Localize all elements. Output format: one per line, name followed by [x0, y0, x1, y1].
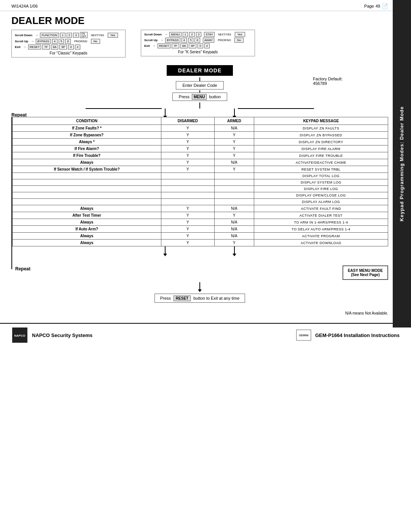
table-cell-3-3: DISPLAY FIRE ALARM — [254, 145, 388, 152]
table-cell-17-1: Y — [161, 240, 214, 246]
dealer-mode-box: DEALER MODE — [167, 65, 233, 76]
table-row: DISPLAY OPEN/CLOSE LOG — [13, 192, 388, 199]
table-cell-7-1 — [161, 173, 214, 179]
press-reset-suffix: button to Exit at any time — [193, 296, 239, 300]
table-cell-12-1: Y — [161, 205, 214, 212]
table-cell-11-0 — [13, 199, 161, 205]
table-cell-2-2: Y — [214, 139, 254, 145]
stay-btn: STAY — [204, 32, 215, 37]
table-cell-12-0: Always — [13, 205, 161, 212]
table-cell-17-2: Y — [214, 240, 254, 246]
table-cell-17-3: ACTIVATE DOWNLOAD — [254, 240, 388, 246]
away-btn: AWAY — [203, 38, 214, 43]
table-cell-9-2 — [214, 186, 254, 192]
table-cell-7-3: DISPLAY TOTAL LOG — [254, 173, 388, 179]
table-row: DISPLAY SYSTEM LOG — [13, 179, 388, 186]
k-series-keypad-diagram: Scroll Down → MENU 1 2 3 STAY NEXT/YES Y… — [141, 30, 255, 56]
table-cell-17-0: Always — [13, 240, 161, 246]
table-cell-0-2: N/A — [214, 125, 254, 132]
table-row: DISPLAY TOTAL LOG — [13, 173, 388, 179]
table-cell-5-3: ACTIVATE/DEACTIVE CHIME — [254, 159, 388, 166]
table-cell-15-0: If Auto Arm? — [13, 226, 161, 233]
table-cell-8-2 — [214, 179, 254, 186]
button-suffix: button — [209, 94, 221, 99]
table-row: AlwaysYYACTIVATE DOWNLOAD — [13, 240, 388, 246]
table-cell-16-1: Y — [161, 233, 214, 240]
svg-text:NAPCO: NAPCO — [14, 334, 25, 337]
table-cell-9-0 — [13, 186, 161, 192]
table-cell-7-2 — [214, 173, 254, 179]
table-cell-5-1: Y — [161, 159, 214, 166]
table-cell-7-0 — [13, 173, 161, 179]
table-cell-9-3: DISPLAY FIRE LOG — [254, 186, 388, 192]
press-menu-box: Press MENU button — [172, 93, 227, 101]
header: WI1424A 1/06 Page 49 📄 — [0, 0, 411, 11]
header-doc-id: WI1424A 1/06 — [11, 4, 38, 8]
flow-diagram: Factory Default: 456789 DEALER MODE Ente… — [11, 65, 388, 315]
k-row2: Scroll Up → BYPASS 4 5 6 AWAY PRIOR/NO N… — [144, 38, 252, 43]
table-row: After Test TimerYYACTIVATE DIALER TEST — [13, 212, 388, 219]
table-cell-10-3: DISPLAY OPEN/CLOSE LOG — [254, 192, 388, 199]
menu-button: MENU — [192, 94, 207, 100]
table-cell-2-0: Always * — [13, 139, 161, 145]
scroll-up-label: Scroll Up — [15, 40, 28, 43]
classic-keypad-section: Scroll Down → FUNCTION 1 2 3 ON OFF NEXT… — [15, 32, 122, 50]
k-reset-btn: RESET — [158, 43, 171, 48]
col-armed: ARMED — [214, 117, 254, 125]
table-cell-8-0 — [13, 179, 161, 186]
page-icon: 📄 — [382, 3, 388, 9]
menu-btn-k: MENU — [169, 32, 182, 37]
classic-keypad-label: For "Classic" Keypads — [15, 51, 122, 55]
table-cell-0-0: If Zone Faults? * — [13, 125, 161, 132]
table-row: AlwaysYN/AACTIVATE/DEACTIVE CHIME — [13, 159, 388, 166]
table-cell-6-2: Y — [214, 166, 254, 173]
table-cell-4-1: Y — [161, 152, 214, 159]
k-scroll-down-label: Scroll Down — [144, 33, 162, 36]
table-cell-5-2: N/A — [214, 159, 254, 166]
product-name: GEM-P1664 Installation Instructions — [315, 332, 400, 338]
table-row: AlwaysYN/ATO ARM IN 1-4HRS/PRESS 1-4 — [13, 219, 388, 226]
table-cell-11-3: DISPLAY ALARM LOG — [254, 199, 388, 205]
table-cell-14-0: Always — [13, 219, 161, 226]
k-series-keypad-label: For "K Series" Keypads — [144, 50, 252, 54]
footer: NAPCO NAPCO Security Systems GEMINI GEM-… — [0, 323, 411, 347]
main-content: Scroll Down → FUNCTION 1 2 3 ON OFF NEXT… — [0, 30, 411, 319]
table-cell-2-3: DISPLAY ZN DIRECTORY — [254, 139, 388, 145]
company-name: NAPCO Security Systems — [32, 332, 92, 338]
table-cell-6-1: Y — [161, 166, 214, 173]
table-cell-11-1 — [161, 199, 214, 205]
napco-logo: NAPCO — [11, 327, 28, 343]
table-body: If Zone Faults? *YN/ADISPLAY ZN FAULTSIf… — [13, 125, 388, 246]
table-row: If Auto Arm?YN/ATO DELAY AUTO ARM/PRESS … — [13, 226, 388, 233]
exit-label: Exit — [15, 45, 21, 49]
side-tab-text: Keypad Programming Modes: Dealer Mode — [399, 106, 405, 221]
svg-text:GEMINI: GEMINI — [299, 334, 309, 337]
k-row1: Scroll Down → MENU 1 2 3 STAY NEXT/YES Y… — [144, 32, 252, 37]
table-cell-16-3: ACTIVATE PROGRAM — [254, 233, 388, 240]
arrow-down-3 — [199, 102, 200, 109]
table-cell-1-2: Y — [214, 132, 254, 139]
table-row: If Zone Bypasses?YYDISPLAY ZN BYPASSED — [13, 132, 388, 139]
k-bypass-btn: BYPASS — [165, 38, 180, 43]
table-cell-4-0: If Fire Trouble? — [13, 152, 161, 159]
classic-row1: Scroll Down → FUNCTION 1 2 3 ON OFF NEXT… — [15, 32, 122, 38]
table-cell-3-1: Y — [161, 145, 214, 152]
classic-row3: Exit → RESET 7F 8A 9P 0 # — [15, 45, 122, 50]
table-cell-14-3: TO ARM IN 1-4HRS/PRESS 1-4 — [254, 219, 388, 226]
table-cell-10-0 — [13, 192, 161, 199]
table-cell-10-1 — [161, 192, 214, 199]
table-header-row: CONDITION DISARMED ARMED KEYPAD MESSAGE — [13, 117, 388, 125]
bypass-btn: BYPASS — [36, 39, 51, 44]
table-row: If Zone Faults? *YN/ADISPLAY ZN FAULTS — [13, 125, 388, 132]
table-cell-15-2: N/A — [214, 226, 254, 233]
table-cell-9-1 — [161, 186, 214, 192]
table-row: DISPLAY ALARM LOG — [13, 199, 388, 205]
col-condition: CONDITION — [13, 117, 161, 125]
table-row: If Fire Trouble?YYDISPLAY FIRE TROUBLE — [13, 152, 388, 159]
table-cell-2-1: Y — [161, 139, 214, 145]
easy-menu-line1: EASY MENU MODE — [348, 268, 383, 273]
table-cell-13-2: Y — [214, 212, 254, 219]
table-cell-11-2 — [214, 199, 254, 205]
scroll-down-label: Scroll Down — [15, 34, 32, 37]
table-cell-8-3: DISPLAY SYSTEM LOG — [254, 179, 388, 186]
